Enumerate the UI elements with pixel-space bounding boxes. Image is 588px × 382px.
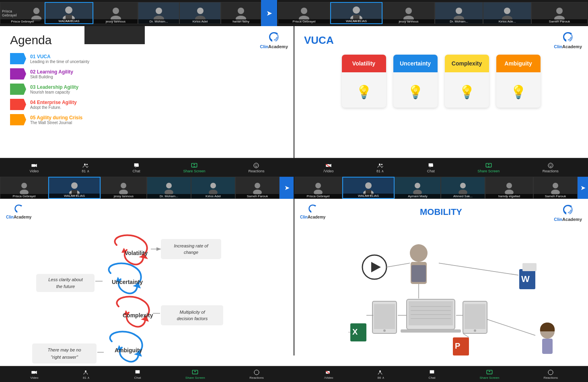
bname-4: Dr. Moham... [147, 194, 191, 198]
agenda-slide: Agenda 01 VUCA Leading in the time of un… [0, 26, 294, 158]
video-btn-br[interactable]: /Video [324, 369, 333, 380]
svg-point-20 [456, 8, 462, 14]
bparticipant-3: jessy tannous [101, 177, 147, 199]
clin-logo-icon-2 [561, 30, 575, 44]
ambiguity-label: Ambiguity [115, 347, 142, 353]
clin-text-2: ClinAcademy [554, 44, 582, 49]
rname-5: hamdy elgallad [485, 194, 533, 198]
share-btn-bl[interactable]: Share Screen [185, 369, 205, 380]
participant-thumb: Kirlos Ade... [483, 2, 531, 24]
inc-rate-label-1: Increasing rate of [174, 243, 209, 248]
participant-name-tag: Prisca Gebrayel [278, 19, 330, 24]
rparticipant-5: hamdy elgallad [485, 177, 533, 199]
participant-thumb: Prisca Gebrayel [278, 2, 330, 24]
svg-point-28 [84, 163, 86, 165]
clin-logo-mob [307, 203, 319, 215]
video-button-right[interactable]: /Video [323, 162, 333, 173]
top-participants-left: Prisca Gebrayel Prisca Gebrayel WALAA EL… [0, 0, 277, 26]
svg-point-2 [65, 6, 72, 14]
video-btn-bl[interactable]: Video [30, 369, 38, 380]
participants-btn-bl[interactable]: 81 ∧ [83, 369, 90, 380]
person-icon [451, 5, 467, 21]
avatar-icon [296, 5, 312, 21]
mid-toolbar-left: Video 81 ∧ Chat Share Screen Reactions [0, 158, 294, 177]
uncertainty-header: Uncertainty [393, 55, 438, 72]
svg-point-42 [548, 163, 553, 168]
chat-btn-bl[interactable]: Chat [134, 369, 141, 380]
reactions-btn-bl[interactable]: Reactions [249, 369, 264, 380]
reactions-button-right[interactable]: Reactions [543, 162, 559, 173]
vuca-card-ambiguity: Ambiguity 💡 [496, 55, 541, 108]
vuca-slide: VUCA Volatility 💡 Uncertainty 💡 [294, 26, 588, 158]
svg-marker-133 [488, 371, 490, 372]
svg-point-67 [506, 183, 512, 188]
svg-rect-103 [465, 304, 485, 329]
avatar-icon [108, 5, 124, 21]
participants-button-right[interactable]: 81 ∧ [376, 162, 384, 173]
reactions-button[interactable]: Reactions [248, 162, 264, 173]
participant-thumb: Kirlos Adel [179, 2, 221, 24]
svg-rect-85 [32, 343, 97, 364]
inc-rate-label-2: change [184, 250, 198, 255]
more-participants-button[interactable]: ➤ [261, 0, 277, 26]
video-button[interactable]: Video [29, 162, 39, 173]
share-screen-button-right[interactable]: Share Screen [477, 162, 500, 173]
svg-rect-100 [374, 304, 395, 329]
mobility-slide: ClinAcademy MOBILITY ClinAcademy [294, 199, 588, 372]
chat-button-right[interactable]: Chat [427, 162, 435, 173]
complexity-label: Complexity [123, 312, 153, 319]
agenda-item-1: 01 VUCA Leading in the time of uncertain… [10, 53, 284, 64]
avatar-icon [401, 5, 417, 21]
bulb-icon-2: 💡 [407, 84, 424, 100]
participant-thumb: jessy tannous [93, 2, 138, 24]
participants-btn-br[interactable]: 86 ∧ [378, 369, 384, 380]
rparticipant-3: Aymani Mady [395, 177, 441, 199]
svg-line-114 [387, 263, 410, 267]
agenda-item-text-3: 03 Leadership Agility Nourish team capac… [30, 84, 78, 94]
svg-point-47 [71, 182, 78, 189]
svg-point-32 [254, 163, 259, 168]
agenda-arrow-4 [10, 99, 26, 110]
more-button-bottom-right[interactable]: ➤ [578, 177, 588, 199]
svg-rect-26 [31, 164, 35, 167]
clin-logo-mobility: ClinAcademy [300, 203, 325, 219]
item-description: Nourish team capacity [30, 90, 78, 94]
reactions-btn-br[interactable]: Reactions [543, 369, 558, 380]
vertical-divider [294, 26, 294, 355]
participants-button[interactable]: 81 ∧ [82, 162, 90, 173]
participant-thumb: Sameh Farouk [531, 2, 588, 24]
avatar-icon [29, 5, 44, 21]
chat-btn-br[interactable]: Chat [429, 369, 436, 380]
item-description: The Wall Street Journal [30, 121, 82, 125]
chat-button[interactable]: Chat [133, 162, 140, 173]
agenda-item-text-5: 05 Agility during Crisis The Wall Street… [30, 115, 82, 125]
clin-academy-logo-1: ClinAcademy [260, 30, 288, 49]
agenda-arrow-1 [10, 53, 26, 64]
svg-rect-123 [32, 371, 35, 374]
uncertainty-label: Uncertainty [112, 279, 143, 285]
share-screen-button-left[interactable]: Share Screen [183, 162, 206, 173]
vuca-card-uncertainty: Uncertainty 💡 [393, 55, 438, 108]
more-button-bottom-left[interactable]: ➤ [280, 177, 294, 199]
svg-point-39 [381, 163, 382, 165]
svg-rect-91 [411, 265, 426, 282]
mobility-content: ClinAcademy MOBILITY ClinAcademy [294, 199, 588, 372]
bparticipant-6: Sameh Farouk [235, 177, 280, 199]
share-btn-br[interactable]: Share Screen [479, 369, 499, 380]
svg-text:P: P [455, 341, 460, 350]
svg-line-121 [463, 333, 469, 337]
svg-point-69 [553, 183, 558, 188]
svg-point-43 [549, 164, 550, 165]
participant-name-tag: Sameh Farouk [532, 19, 587, 24]
top-participants-right: Prisca Gebrayel WALAA ELIAS jessy tannou… [278, 0, 588, 26]
agenda-item-text-4: 04 Enterprise Agility Adopt the Future. [30, 100, 77, 110]
vuca-cards-container: Volatility 💡 Uncertainty 💡 Complexity [304, 55, 578, 108]
svg-marker-31 [193, 164, 195, 165]
person-icon [151, 5, 167, 21]
svg-line-119 [439, 263, 518, 275]
participant-name-tag: Prisca Gebrayel [0, 19, 44, 24]
ambiguity-body: 💡 [496, 72, 541, 108]
vuca-content: VUCA Volatility 💡 Uncertainty 💡 [294, 26, 588, 158]
svg-point-15 [353, 6, 360, 14]
rparticipant-1: Prisca Gebrayel [294, 177, 342, 199]
